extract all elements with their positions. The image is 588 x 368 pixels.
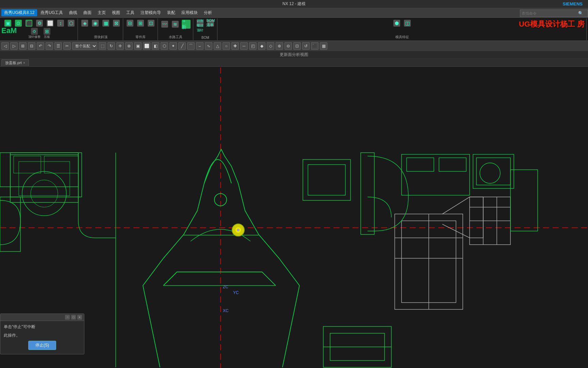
eam-label: EaM (0, 26, 18, 36)
tb2-forward[interactable]: ▷ (10, 42, 18, 50)
menu-yanxiu-mold[interactable]: 燕秀UG模具8.12 (1, 9, 37, 16)
menu-home[interactable]: 主页 (95, 9, 109, 16)
menu-assembly[interactable]: 装配 (164, 9, 178, 16)
menu-analysis[interactable]: 分析 (201, 9, 215, 16)
toolbar-group-waterway: 〰 ≋ ＋新 水路工具 (158, 18, 193, 40)
tb-water-1[interactable]: 〰 (160, 20, 170, 28)
tb2-btn4[interactable]: ⊟ (28, 42, 35, 50)
menu-yanxiu-tool[interactable]: 燕秀UG工具 (38, 9, 66, 16)
tb-auto-screw[interactable]: 自动识别螺丝顶针 (195, 19, 205, 27)
dialog-minimize[interactable]: － (65, 315, 70, 320)
tab-fang-cover[interactable]: 放盖板.prt × (1, 59, 29, 66)
tb-slide-3[interactable]: ▦ (101, 19, 111, 27)
tb-slide-4[interactable]: ⊠ (111, 19, 121, 27)
update-bar: 更新面分析视图 (0, 51, 588, 59)
tb2-spline[interactable]: ∿ (205, 42, 212, 50)
operation-dialog: － □ × 单击"停止"可中断 此操作。 停止(S) (0, 313, 84, 354)
update-bar-text: 更新面分析视图 (280, 52, 308, 58)
toolbar-label-parts: 零件库 (135, 35, 146, 40)
tb2-dash[interactable]: ─ (240, 42, 248, 50)
menu-curve[interactable]: 曲线 (66, 9, 80, 16)
tb-parts-1[interactable]: ⊟ (125, 19, 135, 27)
toolbar-row2: ◁ ▷ ⊞ ⊟ ↶ ↷ ☰ ✂ 整个装配 ⬚ ↻ ✛ ⊕ ▣ ⬜ ◧ ⬡ ✦ ╱… (0, 41, 588, 51)
tb2-triangle[interactable]: △ (214, 42, 221, 50)
tb-btn-3[interactable]: ⬛ (24, 19, 34, 27)
tb2-solid[interactable]: ◆ (258, 42, 265, 50)
tab-close[interactable]: × (23, 61, 25, 65)
tb2-rotate2[interactable]: ↺ (302, 42, 310, 50)
tb2-circle[interactable]: ○ (223, 42, 230, 50)
menu-view[interactable]: 视图 (109, 9, 123, 16)
tb2-box-select[interactable]: ⬜ (143, 42, 150, 50)
tb2-zoom-out[interactable]: ⊖ (284, 42, 292, 50)
tb2-btn8[interactable]: ✂ (63, 42, 71, 50)
dialog-message-line2: 此操作。 (4, 332, 81, 339)
siemens-logo: SIEMENS (562, 1, 583, 6)
tb-water-new[interactable]: ＋新 (181, 19, 192, 29)
tb-btn-4[interactable]: ⚙ (34, 19, 45, 27)
tb2-redo[interactable]: ↷ (46, 42, 53, 50)
menu-injection[interactable]: 注塑模向导 (138, 9, 164, 16)
tb-parts-3[interactable]: ⊡ (146, 19, 156, 27)
command-search[interactable]: 🔍 (520, 10, 588, 17)
tb-bom[interactable]: BOM清单 (206, 19, 216, 27)
toolbar-group-slider: ◈ ◉ ▦ ⊠ 滑块斜顶 (78, 18, 123, 40)
search-icon: 🔍 (578, 11, 583, 16)
tb2-wire[interactable]: ◇ (267, 42, 274, 50)
tb2-profile[interactable]: ◰ (249, 42, 257, 50)
tb-mold-1[interactable]: ⬢ (392, 19, 402, 27)
tb-btn-pressure[interactable]: ⊞压板 (42, 27, 52, 40)
toolbar-group-bom: 自动识别螺丝顶针 BOM清单 BOM (194, 18, 217, 40)
tb2-rotate[interactable]: ↻ (108, 42, 115, 50)
menu-surface[interactable]: 曲面 (81, 9, 94, 16)
tb2-menu[interactable]: ☰ (54, 42, 62, 50)
tb-parts-2[interactable]: ⊞ (135, 19, 146, 27)
tb2-snap[interactable]: ⊕ (125, 42, 133, 50)
title-bar: NX 12 - 建模 SIEMENS (0, 0, 588, 8)
tb-btn-top-pin[interactable]: ⛭顶针修整 (27, 27, 42, 40)
tb2-arc[interactable]: ⌒ (187, 42, 195, 50)
cad-svg-canvas: ZC YC XC (0, 67, 588, 368)
menu-tools[interactable]: 工具 (124, 9, 137, 16)
tb2-fillet[interactable]: ⌣ (196, 42, 203, 50)
menu-app-module[interactable]: 应用模块 (179, 9, 200, 16)
tb-water-2[interactable]: ≋ (170, 20, 180, 28)
tb-btn-5[interactable]: ⬜ (45, 19, 55, 27)
tb2-3d[interactable]: ⬛ (311, 42, 318, 50)
cad-viewport[interactable]: ZC YC XC － □ × 单击"停止"可中断 此操作 (0, 67, 588, 368)
tb-btn-7[interactable]: ⬡ (66, 19, 76, 27)
tb-slide-2[interactable]: ◉ (90, 19, 100, 27)
tb2-back[interactable]: ◁ (1, 42, 9, 50)
search-input[interactable] (520, 11, 578, 15)
tb2-frame[interactable]: ⬚ (99, 42, 106, 50)
assembly-select[interactable]: 整个装配 (72, 42, 97, 50)
ug-brand-text: UG模具设计杨工 房 (519, 19, 585, 29)
tb2-cross[interactable]: ✦ (169, 42, 177, 50)
dialog-close[interactable]: × (77, 315, 82, 320)
tb-mold-2[interactable]: ◫ (402, 19, 412, 27)
svg-point-38 (237, 229, 240, 231)
svg-text:XC: XC (223, 308, 229, 313)
dialog-body: 单击"停止"可中断 此操作。 停止(S) (0, 321, 84, 354)
tb2-move[interactable]: ✛ (116, 42, 124, 50)
app-title: NX 12 - 建模 (282, 1, 306, 7)
dialog-message-line1: 单击"停止"可中断 (4, 324, 81, 330)
tb2-zoom-in[interactable]: ⊕ (276, 42, 283, 50)
svg-rect-0 (0, 67, 588, 368)
stop-button[interactable]: 停止(S) (28, 341, 56, 350)
tb-btn-6[interactable]: ↕ (55, 19, 66, 27)
tb2-render[interactable]: ▦ (320, 42, 327, 50)
dialog-restore[interactable]: □ (71, 315, 76, 320)
toolbar-label-slider: 滑块斜顶 (94, 35, 108, 40)
tab-bar: 放盖板.prt × (0, 59, 588, 67)
tb2-3d-view[interactable]: ◧ (152, 42, 159, 50)
tb-slide-1[interactable]: ◈ (80, 19, 90, 27)
tb2-btn3[interactable]: ⊞ (19, 42, 27, 50)
tb2-select-filter[interactable]: ▣ (134, 42, 142, 50)
toolbar-group-parts: ⊟ ⊞ ⊡ 零件库 (124, 18, 158, 40)
tb2-undo[interactable]: ↶ (37, 42, 44, 50)
tb2-plus[interactable]: ✚ (231, 42, 239, 50)
tb2-iso[interactable]: ⬡ (161, 42, 168, 50)
tb2-line[interactable]: ╱ (178, 42, 186, 50)
tb2-fit[interactable]: ⊡ (293, 42, 301, 50)
